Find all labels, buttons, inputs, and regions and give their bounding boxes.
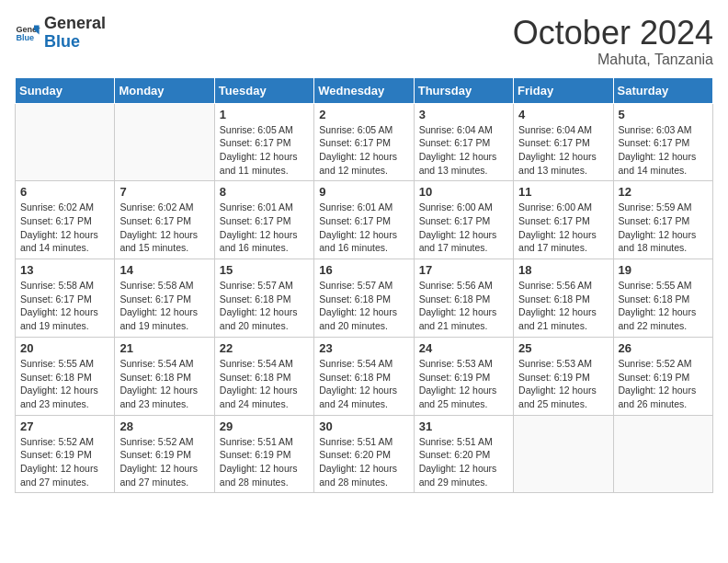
day-number: 16: [319, 263, 408, 277]
day-info: Sunrise: 5:53 AM Sunset: 6:19 PM Dayligh…: [419, 357, 508, 411]
col-header-tuesday: Tuesday: [214, 77, 313, 103]
day-number: 7: [119, 185, 209, 199]
calendar-cell: 11Sunrise: 6:00 AM Sunset: 6:17 PM Dayli…: [514, 181, 613, 259]
day-info: Sunrise: 5:51 AM Sunset: 6:19 PM Dayligh…: [220, 435, 309, 489]
day-number: 11: [518, 185, 608, 199]
day-info: Sunrise: 6:01 AM Sunset: 6:17 PM Dayligh…: [220, 201, 309, 255]
calendar-cell: 2Sunrise: 6:05 AM Sunset: 6:17 PM Daylig…: [314, 103, 414, 181]
title-area: October 2024 Mahuta, Tanzania: [513, 15, 713, 68]
calendar-cell: 29Sunrise: 5:51 AM Sunset: 6:19 PM Dayli…: [214, 415, 313, 493]
day-info: Sunrise: 6:00 AM Sunset: 6:17 PM Dayligh…: [419, 201, 508, 255]
header: General Blue General Blue October 2024 M…: [15, 15, 713, 68]
calendar-cell: 20Sunrise: 5:55 AM Sunset: 6:18 PM Dayli…: [16, 337, 115, 415]
day-number: 21: [119, 341, 209, 355]
calendar-cell: 16Sunrise: 5:57 AM Sunset: 6:18 PM Dayli…: [314, 259, 414, 338]
calendar-cell: 10Sunrise: 6:00 AM Sunset: 6:17 PM Dayli…: [414, 181, 513, 259]
day-info: Sunrise: 5:58 AM Sunset: 6:17 PM Dayligh…: [119, 279, 209, 333]
day-number: 30: [319, 419, 408, 433]
day-number: 12: [619, 185, 708, 199]
calendar-cell: 30Sunrise: 5:51 AM Sunset: 6:20 PM Dayli…: [314, 415, 414, 493]
calendar-header-row: SundayMondayTuesdayWednesdayThursdayFrid…: [16, 77, 713, 103]
day-info: Sunrise: 5:53 AM Sunset: 6:19 PM Dayligh…: [518, 357, 608, 411]
day-info: Sunrise: 6:02 AM Sunset: 6:17 PM Dayligh…: [20, 201, 109, 255]
day-number: 14: [119, 263, 209, 277]
day-number: 26: [619, 341, 708, 355]
day-number: 31: [419, 419, 508, 433]
day-number: 19: [619, 263, 708, 277]
day-info: Sunrise: 5:52 AM Sunset: 6:19 PM Dayligh…: [119, 435, 209, 489]
calendar-table: SundayMondayTuesdayWednesdayThursdayFrid…: [15, 77, 713, 494]
day-info: Sunrise: 6:02 AM Sunset: 6:17 PM Dayligh…: [119, 201, 209, 255]
col-header-friday: Friday: [514, 77, 613, 103]
day-info: Sunrise: 5:59 AM Sunset: 6:17 PM Dayligh…: [619, 201, 708, 255]
day-info: Sunrise: 5:51 AM Sunset: 6:20 PM Dayligh…: [419, 435, 508, 489]
day-number: 8: [220, 185, 309, 199]
calendar-cell: 12Sunrise: 5:59 AM Sunset: 6:17 PM Dayli…: [613, 181, 712, 259]
calendar-cell: 8Sunrise: 6:01 AM Sunset: 6:17 PM Daylig…: [214, 181, 313, 259]
calendar-cell: [613, 415, 712, 493]
logo-blue-text: Blue: [44, 33, 106, 52]
logo-general-text: General: [44, 15, 106, 33]
calendar-week-row: 1Sunrise: 6:05 AM Sunset: 6:17 PM Daylig…: [16, 103, 713, 181]
calendar-cell: 9Sunrise: 6:01 AM Sunset: 6:17 PM Daylig…: [314, 181, 414, 259]
day-info: Sunrise: 6:03 AM Sunset: 6:17 PM Dayligh…: [619, 123, 708, 178]
day-number: 15: [220, 263, 309, 277]
calendar-cell: 25Sunrise: 5:53 AM Sunset: 6:19 PM Dayli…: [514, 337, 613, 415]
day-number: 28: [119, 419, 209, 433]
day-number: 22: [220, 341, 309, 355]
day-info: Sunrise: 5:52 AM Sunset: 6:19 PM Dayligh…: [20, 435, 109, 489]
day-info: Sunrise: 5:57 AM Sunset: 6:18 PM Dayligh…: [220, 279, 309, 333]
col-header-sunday: Sunday: [16, 77, 115, 103]
calendar-cell: 24Sunrise: 5:53 AM Sunset: 6:19 PM Dayli…: [414, 337, 513, 415]
month-title: October 2024: [513, 15, 713, 52]
day-number: 1: [220, 108, 309, 121]
day-number: 25: [518, 341, 608, 355]
calendar-cell: 21Sunrise: 5:54 AM Sunset: 6:18 PM Dayli…: [115, 337, 214, 415]
calendar-week-row: 13Sunrise: 5:58 AM Sunset: 6:17 PM Dayli…: [16, 259, 713, 338]
calendar-cell: 1Sunrise: 6:05 AM Sunset: 6:17 PM Daylig…: [214, 103, 313, 181]
day-number: 29: [220, 419, 309, 433]
day-info: Sunrise: 5:58 AM Sunset: 6:17 PM Dayligh…: [20, 279, 109, 333]
day-number: 18: [518, 263, 608, 277]
day-info: Sunrise: 6:05 AM Sunset: 6:17 PM Dayligh…: [220, 123, 309, 178]
day-info: Sunrise: 5:54 AM Sunset: 6:18 PM Dayligh…: [319, 357, 408, 411]
svg-text:Blue: Blue: [16, 33, 34, 42]
calendar-cell: 22Sunrise: 5:54 AM Sunset: 6:18 PM Dayli…: [214, 337, 313, 415]
day-number: 24: [419, 341, 508, 355]
day-info: Sunrise: 5:51 AM Sunset: 6:20 PM Dayligh…: [319, 435, 408, 489]
col-header-thursday: Thursday: [414, 77, 513, 103]
day-number: 4: [518, 108, 608, 121]
logo: General Blue General Blue: [15, 15, 106, 52]
day-info: Sunrise: 6:04 AM Sunset: 6:17 PM Dayligh…: [518, 123, 608, 178]
day-info: Sunrise: 5:56 AM Sunset: 6:18 PM Dayligh…: [419, 279, 508, 333]
calendar-cell: 15Sunrise: 5:57 AM Sunset: 6:18 PM Dayli…: [214, 259, 313, 338]
day-info: Sunrise: 6:05 AM Sunset: 6:17 PM Dayligh…: [319, 123, 408, 178]
day-info: Sunrise: 6:04 AM Sunset: 6:17 PM Dayligh…: [419, 123, 508, 178]
day-info: Sunrise: 5:54 AM Sunset: 6:18 PM Dayligh…: [220, 357, 309, 411]
day-info: Sunrise: 5:56 AM Sunset: 6:18 PM Dayligh…: [518, 279, 608, 333]
calendar-week-row: 27Sunrise: 5:52 AM Sunset: 6:19 PM Dayli…: [16, 415, 713, 493]
location-title: Mahuta, Tanzania: [513, 52, 713, 68]
day-info: Sunrise: 5:55 AM Sunset: 6:18 PM Dayligh…: [619, 279, 708, 333]
day-info: Sunrise: 6:01 AM Sunset: 6:17 PM Dayligh…: [319, 201, 408, 255]
day-info: Sunrise: 5:52 AM Sunset: 6:19 PM Dayligh…: [619, 357, 708, 411]
calendar-cell: 14Sunrise: 5:58 AM Sunset: 6:17 PM Dayli…: [115, 259, 214, 338]
calendar-cell: 17Sunrise: 5:56 AM Sunset: 6:18 PM Dayli…: [414, 259, 513, 338]
calendar-cell: [16, 103, 115, 181]
calendar-cell: 5Sunrise: 6:03 AM Sunset: 6:17 PM Daylig…: [613, 103, 712, 181]
day-info: Sunrise: 5:55 AM Sunset: 6:18 PM Dayligh…: [20, 357, 109, 411]
calendar-week-row: 20Sunrise: 5:55 AM Sunset: 6:18 PM Dayli…: [16, 337, 713, 415]
day-number: 13: [20, 263, 109, 277]
day-info: Sunrise: 5:54 AM Sunset: 6:18 PM Dayligh…: [119, 357, 209, 411]
col-header-saturday: Saturday: [613, 77, 712, 103]
calendar-cell: 26Sunrise: 5:52 AM Sunset: 6:19 PM Dayli…: [613, 337, 712, 415]
day-number: 17: [419, 263, 508, 277]
col-header-monday: Monday: [115, 77, 214, 103]
calendar-cell: [115, 103, 214, 181]
day-number: 20: [20, 341, 109, 355]
calendar-cell: 27Sunrise: 5:52 AM Sunset: 6:19 PM Dayli…: [16, 415, 115, 493]
day-info: Sunrise: 5:57 AM Sunset: 6:18 PM Dayligh…: [319, 279, 408, 333]
calendar-cell: 23Sunrise: 5:54 AM Sunset: 6:18 PM Dayli…: [314, 337, 414, 415]
day-number: 10: [419, 185, 508, 199]
day-info: Sunrise: 6:00 AM Sunset: 6:17 PM Dayligh…: [518, 201, 608, 255]
